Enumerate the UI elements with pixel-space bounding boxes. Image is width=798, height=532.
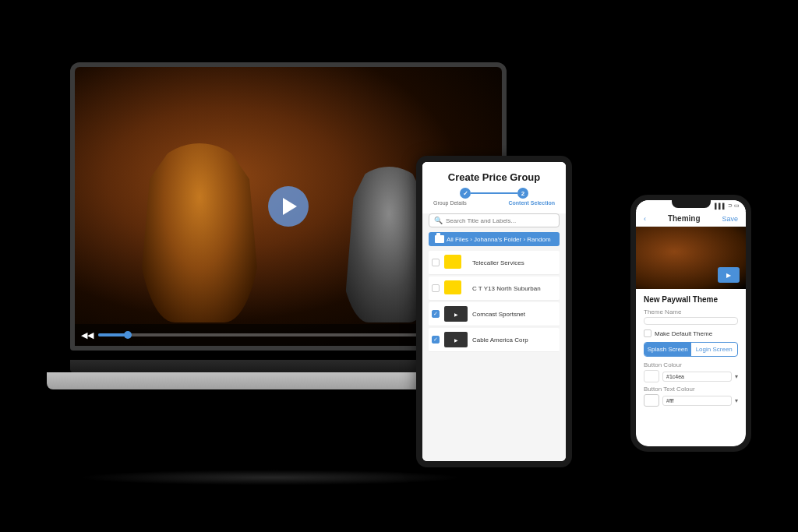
list-item-name: Telecaller Services: [472, 259, 556, 266]
button-text-colour-value[interactable]: #fff: [662, 396, 732, 406]
step-1-dot: ✓: [460, 188, 471, 199]
list-checkbox-checked[interactable]: [432, 310, 440, 318]
list-checkbox-checked[interactable]: [432, 336, 440, 344]
theme-name-label: Theme Name: [644, 308, 738, 315]
list-item[interactable]: Comcast Sportsnet: [429, 302, 560, 326]
list-item[interactable]: C T Y13 North Suburban: [429, 277, 560, 301]
battery-icon: ▭: [734, 203, 740, 209]
button-colour-row: #1c4ea ▾: [644, 370, 738, 382]
button-text-colour-label: Button Text Colour: [644, 386, 738, 393]
search-input[interactable]: [446, 217, 554, 224]
list-checkbox[interactable]: [432, 259, 440, 266]
phone-video-thumbnail: ▶: [636, 227, 746, 289]
list-item-name: Cable America Corp: [472, 336, 556, 344]
search-icon: 🔍: [434, 217, 443, 224]
phone: ▌▌▌ ⊃ ▭ ‹ Theming Save ▶ New Paywall The…: [630, 195, 751, 452]
status-icons: ▌▌▌ ⊃ ▭: [715, 203, 740, 209]
button-colour-swatch[interactable]: [644, 370, 659, 382]
button-text-colour-section: Button Text Colour #fff ▾: [644, 386, 738, 407]
dropdown-arrow-icon: ▾: [735, 397, 738, 404]
video-thumbnail: [444, 306, 468, 322]
button-text-colour-row: #fff ▾: [644, 394, 738, 407]
phone-title: Theming: [668, 214, 701, 223]
list-item[interactable]: Telecaller Services: [429, 251, 560, 275]
dropdown-arrow-icon: ▾: [735, 373, 738, 380]
breadcrumb[interactable]: All Files › Johanna's Folder › Random: [429, 232, 560, 246]
breadcrumb-text: All Files › Johanna's Folder › Random: [447, 236, 551, 243]
play-button[interactable]: [268, 186, 309, 227]
step-1-label: Group Details: [433, 200, 467, 206]
list-thumbnail: [444, 332, 468, 347]
list-thumbnail: [444, 280, 468, 296]
list-item-name: C T Y13 North Suburban: [472, 285, 556, 292]
list-thumbnail: [444, 306, 468, 322]
make-default-label: Make Default Theme: [655, 330, 712, 337]
video-thumbnail: [444, 332, 468, 347]
make-default-row[interactable]: Make Default Theme: [644, 329, 738, 337]
phone-screen: ▌▌▌ ⊃ ▭ ‹ Theming Save ▶ New Paywall The…: [636, 200, 746, 446]
list-item-name: Comcast Sportsnet: [472, 311, 556, 318]
button-colour-section: Button Colour #1c4ea ▾: [644, 361, 738, 382]
folder-thumbnail: [444, 280, 461, 294]
button-text-colour-swatch[interactable]: [644, 394, 659, 407]
step-line: [471, 192, 517, 194]
save-button[interactable]: Save: [722, 215, 738, 223]
phone-play-button[interactable]: ▶: [718, 267, 740, 283]
progress-bar[interactable]: [98, 333, 464, 336]
signal-icon: ▌▌▌: [715, 203, 726, 209]
tab-splash[interactable]: Splash Screen: [644, 343, 691, 356]
make-default-checkbox[interactable]: [644, 329, 651, 337]
section-title: New Paywall Theme: [644, 295, 738, 304]
theme-name-input[interactable]: [644, 317, 738, 325]
volume-icon[interactable]: ◀◀: [81, 330, 94, 340]
tablet: Create Price Group ✓ 2 Group Details Con…: [416, 156, 572, 467]
folder-thumbnail: [444, 255, 461, 269]
button-colour-label: Button Colour: [644, 361, 738, 368]
list-item[interactable]: Cable America Corp: [429, 328, 560, 352]
back-button[interactable]: ‹: [644, 215, 646, 223]
tab-login[interactable]: Login Screen: [691, 343, 738, 356]
step-2-label: Content Selection: [508, 200, 555, 206]
folder-icon: [435, 235, 444, 243]
tablet-file-list: Telecaller Services C T Y13 North Suburb…: [422, 251, 566, 352]
tablet-title: Create Price Group: [430, 171, 558, 183]
wifi-icon: ⊃: [728, 203, 733, 209]
phone-header: ‹ Theming Save: [636, 211, 746, 227]
tablet-header: Create Price Group ✓ 2 Group Details Con…: [422, 162, 566, 213]
list-thumbnail: [444, 255, 468, 270]
phone-content: New Paywall Theme Theme Name Make Defaul…: [636, 289, 746, 416]
phone-notch: [672, 200, 711, 208]
screen-tab-group: Splash Screen Login Screen: [644, 342, 738, 357]
laptop-shadow: [78, 470, 468, 485]
button-colour-value[interactable]: #1c4ea: [662, 372, 732, 382]
tablet-screen: Create Price Group ✓ 2 Group Details Con…: [422, 162, 566, 461]
tablet-steps: ✓ 2: [430, 188, 558, 199]
tablet-search-bar[interactable]: 🔍: [429, 213, 560, 227]
progress-thumb: [124, 331, 132, 339]
list-checkbox[interactable]: [432, 284, 440, 292]
step-labels: Group Details Content Selection: [430, 200, 558, 206]
step-2-dot: 2: [517, 188, 528, 199]
